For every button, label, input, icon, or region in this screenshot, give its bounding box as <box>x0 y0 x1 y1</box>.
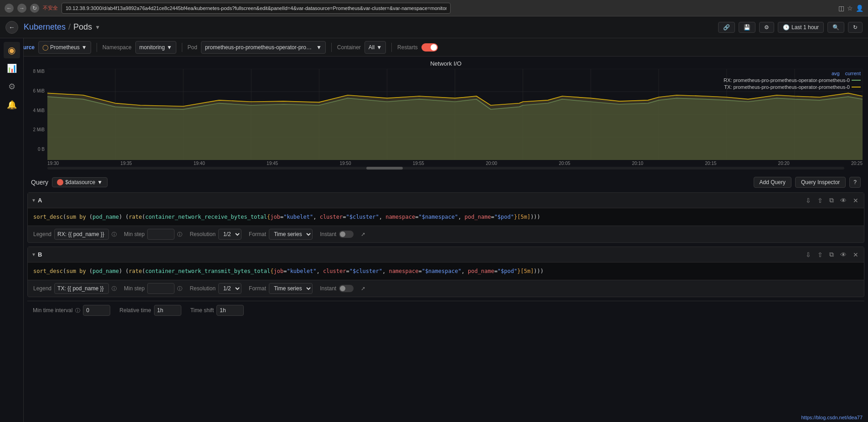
extensions-btn[interactable]: ◫ <box>838 5 844 12</box>
qa-close1: ))) <box>530 214 540 220</box>
qa-minstep-info[interactable]: ⓘ <box>177 231 182 238</box>
save-btn[interactable]: 💾 <box>739 22 755 33</box>
query-b-label: B <box>38 251 42 258</box>
min-time-interval-info[interactable]: ⓘ <box>75 307 80 314</box>
scrollbar-thumb[interactable] <box>366 167 403 170</box>
reload-btn[interactable]: ↻ <box>30 4 39 13</box>
sidebar-icon-gear[interactable]: ⚙ <box>4 78 20 95</box>
qa-resolution-select[interactable]: 1/2 1/1 1/4 <box>218 229 241 240</box>
settings-btn[interactable]: ⚙ <box>759 22 774 33</box>
relative-time-label: Relative time <box>119 307 151 314</box>
namespace-select[interactable]: monitoring ▼ <box>135 41 176 54</box>
qb-legend-input[interactable] <box>54 283 109 294</box>
x-label-2015: 20:15 <box>705 161 716 166</box>
qb-instant-toggle[interactable] <box>339 285 354 292</box>
qb-str4: "$pod" <box>498 268 517 274</box>
sidebar-icon-bell[interactable]: 🔔 <box>4 97 20 113</box>
qb-external-link[interactable]: ➚ <box>361 285 365 292</box>
container-value: All <box>369 44 375 51</box>
query-a-code[interactable]: sort_desc(sum by (pod_name) (rate(contai… <box>28 208 864 226</box>
profile-btn[interactable]: 👤 <box>856 5 863 12</box>
x-label-2010: 20:10 <box>632 161 643 166</box>
qa-func3: rate <box>129 214 142 220</box>
query-a-remove[interactable]: ✕ <box>851 196 860 205</box>
query-a-duplicate[interactable]: ⧉ <box>827 196 836 205</box>
qa-legend-group: Legend ⓘ <box>33 229 117 240</box>
query-inspector-btn[interactable]: Query Inspector <box>795 177 846 188</box>
time-shift-input[interactable] <box>216 305 244 316</box>
datasource-picker[interactable]: $datasource ▼ <box>52 177 108 187</box>
qa-str1: "kubelet" <box>283 214 313 220</box>
query-a-toggle-visible[interactable]: 👁 <box>838 196 848 205</box>
query-b-remove[interactable]: ✕ <box>851 250 860 259</box>
qa-label2: cluster <box>320 214 343 220</box>
divider-1 <box>97 43 97 52</box>
min-time-interval-input[interactable] <box>83 305 110 316</box>
back-btn[interactable]: ← <box>5 4 14 13</box>
forward-btn[interactable]: → <box>17 4 26 13</box>
query-a-move-down[interactable]: ⇩ <box>804 196 813 205</box>
dashboard-back-btn[interactable]: ← <box>5 21 18 34</box>
refresh-btn[interactable]: ↻ <box>848 22 863 33</box>
qa-format-group: Format Time series Table <box>249 229 313 240</box>
qb-resolution-select[interactable]: 1/2 1/1 1/4 <box>218 283 241 294</box>
datasource-select[interactable]: ◯ Prometheus ▼ <box>38 41 91 54</box>
qb-str2: "$cluster" <box>349 268 382 274</box>
query-a-collapse[interactable]: ▼ <box>31 198 36 203</box>
restarts-label: Restarts <box>397 44 418 51</box>
qa-legend-input[interactable] <box>54 229 109 240</box>
qa-comma1: , <box>313 214 319 220</box>
chart-x-axis: 19:30 19:35 19:40 19:45 19:50 19:55 20:0… <box>29 160 863 166</box>
breadcrumb-separator: / <box>68 22 71 32</box>
search-btn[interactable]: 🔍 <box>827 22 844 33</box>
help-btn[interactable]: ? <box>849 177 861 188</box>
qa-legend-label: Legend <box>33 231 51 237</box>
qa-eq4: = <box>491 214 494 220</box>
url-bar[interactable] <box>62 3 451 14</box>
query-b-move-down[interactable]: ⇩ <box>804 250 813 259</box>
qa-instant-toggle[interactable] <box>339 231 354 238</box>
pod-value: prometheus-pro-prometheus-operator-prome… <box>205 44 314 51</box>
qa-format-select[interactable]: Time series Table <box>269 229 313 240</box>
query-b-move-up[interactable]: ⇧ <box>816 250 825 259</box>
query-b-duplicate[interactable]: ⧉ <box>827 250 836 259</box>
pod-select[interactable]: prometheus-pro-prometheus-operator-prome… <box>201 41 326 54</box>
query-b-collapse[interactable]: ▼ <box>31 252 36 257</box>
query-b-toggle-visible[interactable]: 👁 <box>838 250 848 259</box>
breadcrumb-parent[interactable]: Kubernetes <box>24 22 66 32</box>
qb-func2: sum by <box>66 268 86 274</box>
query-header-actions: Add Query Query Inspector ? <box>754 177 861 188</box>
qb-minstep-info[interactable]: ⓘ <box>177 285 182 292</box>
qb-paren3: ) ( <box>119 268 129 274</box>
query-b-code[interactable]: sort_desc(sum by (pod_name) (rate(contai… <box>28 262 864 280</box>
qb-minstep-input[interactable] <box>147 283 175 294</box>
qb-metric2: container_network_transmit_bytes_total <box>145 268 271 274</box>
qb-minstep-group: Min step ⓘ <box>124 283 182 294</box>
x-label-1935: 19:35 <box>120 161 132 166</box>
qa-resolution-label: Resolution <box>190 231 216 237</box>
time-range-btn[interactable]: 🕓 Last 1 hour <box>778 22 824 33</box>
query-block-b: ▼ B ⇩ ⇧ ⧉ 👁 ✕ sort_desc(sum by (pod_name… <box>27 247 864 297</box>
toolbar: datasource ◯ Prometheus ▼ Namespace moni… <box>0 38 868 57</box>
qb-paren4: ( <box>142 268 145 274</box>
breadcrumb-dropdown-icon[interactable]: ▼ <box>95 24 100 31</box>
container-select[interactable]: All ▼ <box>365 41 386 54</box>
qb-comma1: , <box>316 268 323 274</box>
share-btn[interactable]: 🔗 <box>718 22 735 33</box>
chart-scrollbar[interactable] <box>47 167 844 170</box>
relative-time-input[interactable] <box>154 305 181 316</box>
sidebar-icon-layers[interactable]: ◉ <box>4 42 20 58</box>
namespace-value: monitoring <box>139 44 165 51</box>
sidebar-icon-chart[interactable]: 📊 <box>4 60 20 77</box>
add-query-btn[interactable]: Add Query <box>754 177 791 188</box>
qa-minstep-input[interactable] <box>147 229 175 240</box>
qb-legend-info[interactable]: ⓘ <box>112 285 117 292</box>
x-label-1945: 19:45 <box>267 161 278 166</box>
x-label-2000: 20:00 <box>486 161 497 166</box>
query-a-move-up[interactable]: ⇧ <box>816 196 825 205</box>
qb-format-select[interactable]: Time series Table <box>269 283 313 294</box>
qa-external-link[interactable]: ➚ <box>361 231 365 237</box>
qa-legend-info[interactable]: ⓘ <box>112 231 117 238</box>
restarts-toggle[interactable] <box>421 43 438 51</box>
bookmark-btn[interactable]: ☆ <box>847 5 853 12</box>
